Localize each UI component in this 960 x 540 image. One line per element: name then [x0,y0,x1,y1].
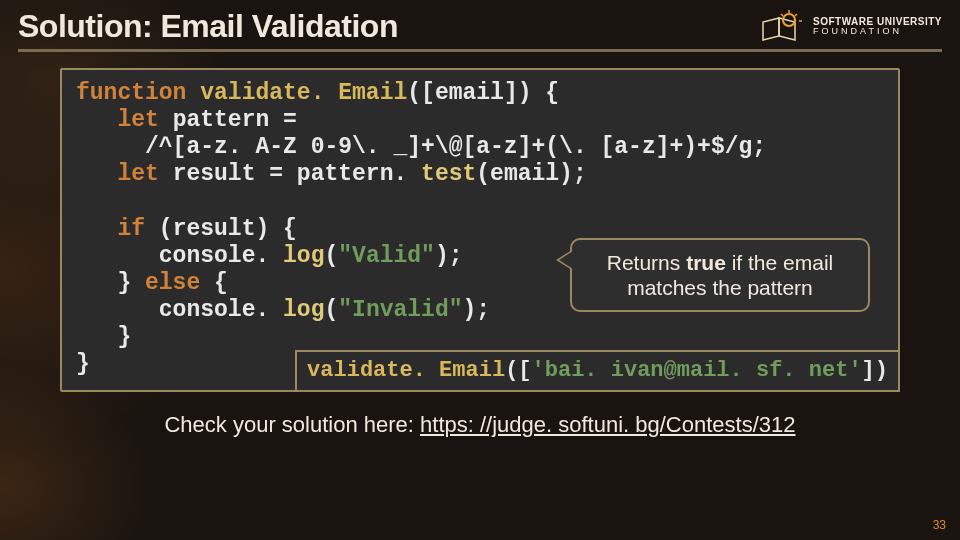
code-token: let [76,161,173,187]
code-token: ]) [862,358,888,383]
code-token: log [283,297,324,323]
code-token: let [76,107,173,133]
code-call-box: validate. Email(['bai. ivan@mail. sf. ne… [295,350,900,392]
code-token: log [283,243,324,269]
svg-line-2 [795,14,797,16]
code-token: function [76,80,200,106]
callout-bold: true [686,251,726,274]
code-token: result = pattern. [173,161,421,187]
code-token: pattern = [173,107,311,133]
code-token: 'bai. ivan@mail. sf. net' [532,358,862,383]
logo-text-bottom: FOUNDATION [813,27,942,36]
check-text: Check your solution here: [164,412,420,437]
code-token: ; [752,134,766,160]
code-token: ([email]) { [407,80,559,106]
callout-tooltip: Returns true if the email matches the pa… [570,238,870,312]
code-token: else [145,270,214,296]
code-token: test [421,161,476,187]
code-token: ); [435,243,463,269]
code-token: validate. Email [200,80,407,106]
lightbulb-book-icon [761,10,805,44]
code-token: (result) { [159,216,297,242]
code-token: { [214,270,228,296]
code-token: "Valid" [338,243,435,269]
code-token: if [76,216,159,242]
code-token: } [76,351,90,377]
code-token: console. [76,297,283,323]
code-token: validate. Email [307,358,505,383]
svg-line-3 [781,14,783,16]
code-token: ); [463,297,491,323]
code-token: ( [324,297,338,323]
code-token: ( [324,243,338,269]
code-token: } [76,324,131,350]
callout-text: Returns [607,251,686,274]
code-token: ([ [505,358,531,383]
code-token: (email); [476,161,586,187]
check-solution-line: Check your solution here: https: //judge… [60,412,900,438]
softuni-logo: SOFTWARE UNIVERSITY FOUNDATION [761,10,942,44]
page-number: 33 [933,518,946,532]
slide-title: Solution: Email Validation [18,8,398,45]
code-token: console. [76,243,283,269]
code-token: } [76,270,145,296]
code-token: "Invalid" [338,297,462,323]
code-token: /^[a-z. A-Z 0-9\. _]+\@[a-z]+(\. [a-z]+)… [76,134,752,160]
check-link[interactable]: https: //judge. softuni. bg/Contests/312 [420,412,795,437]
code-block: function validate. Email([email]) { let … [60,68,900,392]
